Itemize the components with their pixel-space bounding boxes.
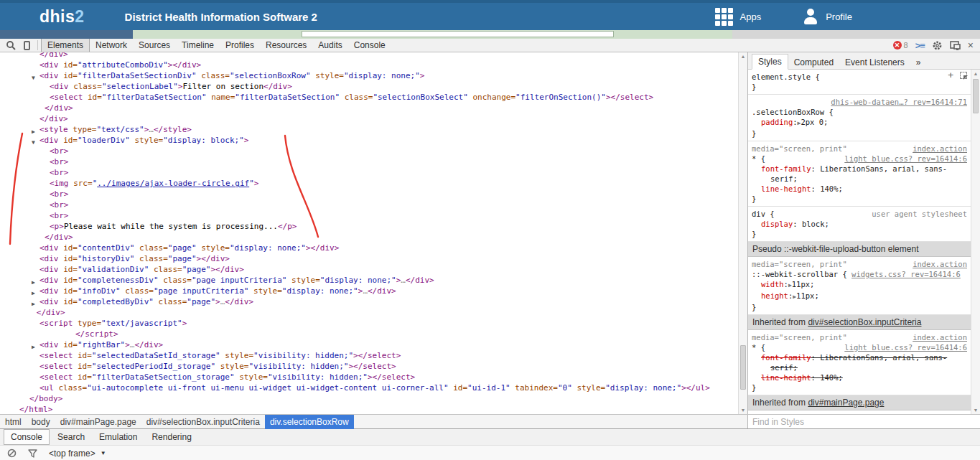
style-line[interactable]: font-family: LiberationSans, arial, sans…: [752, 164, 967, 174]
sidebar-tab-styles[interactable]: Styles: [752, 54, 788, 70]
drawer-tab-search[interactable]: Search: [51, 430, 91, 444]
code-line[interactable]: ▶<style type="text/css">…</style>: [0, 124, 738, 135]
code-line[interactable]: <div id="contentDiv" class="page" style=…: [0, 243, 738, 253]
style-line[interactable]: }: [752, 382, 967, 393]
element-link[interactable]: div#mainPage.page: [808, 398, 884, 408]
tab-sources[interactable]: Sources: [133, 39, 176, 52]
style-line[interactable]: .selectionBoxRow {: [752, 107, 967, 117]
style-line[interactable]: display: block;: [752, 219, 967, 229]
tab-audits[interactable]: Audits: [312, 39, 347, 52]
style-line[interactable]: ::-webkit-scrollbar { widgets.css? rev=1…: [752, 269, 967, 279]
style-line[interactable]: padding:▶2px 0;: [752, 117, 967, 128]
inspect-box-model-icon[interactable]: [960, 72, 967, 79]
sidebar-tab--[interactable]: »: [910, 55, 927, 70]
code-line[interactable]: <select id="filterDataSetSection" name="…: [0, 92, 738, 103]
code-line[interactable]: <br>: [0, 189, 738, 200]
frame-selector[interactable]: <top frame> ▼: [49, 449, 106, 459]
code-line[interactable]: </div>: [0, 52, 738, 60]
style-line[interactable]: width:▶11px;: [752, 279, 967, 291]
scroll-up-arrow-icon[interactable]: ▲: [971, 71, 980, 76]
error-count-badge[interactable]: ✕ 8: [893, 41, 908, 50]
style-line[interactable]: line-height: 140%;: [752, 372, 967, 382]
breadcrumb-item[interactable]: div.selectionBoxRow: [265, 415, 354, 429]
tab-elements[interactable]: Elements: [41, 39, 90, 52]
elements-scrollbar[interactable]: ▲ ▼: [738, 52, 747, 414]
code-line[interactable]: <div id="attributeComboDiv"></div>: [0, 60, 738, 70]
style-line[interactable]: index.actionmedia="screen, print": [752, 259, 967, 269]
clear-console-icon[interactable]: [7, 449, 17, 458]
tab-console[interactable]: Console: [348, 39, 391, 52]
code-line[interactable]: <script type="text/javascript">: [0, 318, 738, 329]
scroll-down-arrow-icon[interactable]: ▼: [971, 408, 980, 413]
code-line[interactable]: <img src="../images/ajax-loader-circle.g…: [0, 178, 738, 189]
code-line[interactable]: <div class="selectionLabel">Filter on se…: [0, 81, 738, 92]
style-line[interactable]: serif;: [752, 362, 967, 372]
find-in-styles-input[interactable]: [748, 415, 980, 428]
sidebar-tab-event-listeners[interactable]: Event Listeners: [839, 55, 910, 70]
style-line[interactable]: font-family: LiberationSans, arial, sans…: [752, 352, 967, 362]
code-line[interactable]: ▼<div id="filterDataSetSectionDiv" class…: [0, 70, 738, 81]
stylesheet-link[interactable]: light blue.css? rev=16414:6: [844, 343, 967, 352]
style-line[interactable]: light blue.css? rev=16414:6* {: [752, 342, 967, 352]
dhis2-logo[interactable]: dhis2: [39, 7, 85, 27]
code-line[interactable]: <br>: [0, 210, 738, 221]
stylesheet-link[interactable]: light blue.css? rev=16414:6: [844, 154, 967, 163]
code-line[interactable]: </script>: [0, 329, 738, 339]
stylesheet-link[interactable]: ../images/ajax-loader-circle.gif: [97, 179, 249, 188]
stylesheet-link[interactable]: index.action: [913, 333, 967, 342]
sidebar-tab-computed[interactable]: Computed: [788, 55, 839, 70]
style-line[interactable]: }: [752, 302, 967, 312]
scrollbar-thumb[interactable]: [740, 345, 746, 390]
stylesheet-link[interactable]: index.action: [913, 260, 967, 268]
apps-button[interactable]: Apps: [715, 8, 762, 26]
style-line[interactable]: +element.style {: [752, 72, 967, 82]
filter-icon[interactable]: [28, 449, 37, 458]
code-line[interactable]: </div>: [0, 113, 738, 124]
style-line[interactable]: }: [752, 128, 967, 139]
drawer-tab-rendering[interactable]: Rendering: [145, 430, 197, 444]
breadcrumb-item[interactable]: div#mainPage.page: [55, 415, 141, 429]
code-line[interactable]: ▶<div id="infoDiv" class="page inputCrit…: [0, 286, 738, 296]
code-line[interactable]: ▶<div id="rightBar">…</div>: [0, 339, 738, 350]
inspect-element-icon[interactable]: [6, 40, 17, 51]
close-devtools-icon[interactable]: ×: [968, 41, 974, 50]
style-line[interactable]: user agent stylesheetdiv {: [752, 209, 967, 219]
code-line[interactable]: <br>: [0, 200, 738, 210]
stylesheet-link[interactable]: dhis-web-dataen…? rev=16414:71: [831, 98, 967, 106]
scroll-up-arrow-icon[interactable]: ▲: [739, 54, 747, 59]
style-line[interactable]: index.actionmedia="screen, print": [752, 144, 967, 154]
style-line[interactable]: height:▶11px;: [752, 291, 967, 302]
drawer-tab-console[interactable]: Console: [4, 429, 50, 445]
drawer-tab-emulation[interactable]: Emulation: [93, 430, 144, 444]
code-line[interactable]: ▼<div id="loaderDiv" style="display: blo…: [0, 135, 738, 146]
tab-profiles[interactable]: Profiles: [220, 39, 260, 52]
breadcrumb-item[interactable]: body: [27, 415, 55, 429]
dock-side-icon[interactable]: [950, 41, 961, 50]
code-line[interactable]: <ul class="ui-autocomplete ui-front ui-m…: [0, 382, 738, 393]
code-line[interactable]: <br>: [0, 146, 738, 156]
code-line[interactable]: ▶<div id="completedByDiv" class="page">……: [0, 296, 738, 307]
code-line[interactable]: ▶<div id="completenessDiv" class="page i…: [0, 275, 738, 286]
element-link[interactable]: div#selectionBox.inputCriteria: [808, 317, 921, 327]
code-line[interactable]: </div>: [0, 103, 738, 113]
scrollbar-thumb[interactable]: [973, 79, 979, 113]
code-line[interactable]: <div id="historyDiv" class="page"></div>: [0, 253, 738, 264]
scroll-down-arrow-icon[interactable]: ▼: [739, 408, 747, 413]
code-line[interactable]: <div id="validationDiv" class="page"></d…: [0, 264, 738, 275]
style-line[interactable]: serif;: [752, 174, 967, 184]
code-line[interactable]: <br>: [0, 156, 738, 167]
stylesheet-link[interactable]: widgets.css? rev=16414:6: [851, 270, 961, 278]
code-line[interactable]: <select id="selectedDataSetId_storage" s…: [0, 350, 738, 361]
style-line[interactable]: index.actionmedia="screen, print": [752, 332, 967, 342]
breadcrumb-item[interactable]: div#selectionBox.inputCriteria: [141, 415, 265, 429]
tab-resources[interactable]: Resources: [260, 39, 312, 52]
style-line[interactable]: light blue.css? rev=16414:6* {: [752, 154, 967, 164]
style-line[interactable]: }: [752, 194, 967, 204]
style-line[interactable]: }: [752, 82, 967, 92]
profile-button[interactable]: Profile: [803, 9, 852, 24]
code-line[interactable]: </body>: [0, 393, 738, 404]
breadcrumb-item[interactable]: html: [0, 415, 27, 429]
stylesheet-link[interactable]: index.action: [913, 144, 967, 153]
style-line[interactable]: line-height: 140%;: [752, 184, 967, 194]
code-line[interactable]: </div>: [0, 232, 738, 243]
